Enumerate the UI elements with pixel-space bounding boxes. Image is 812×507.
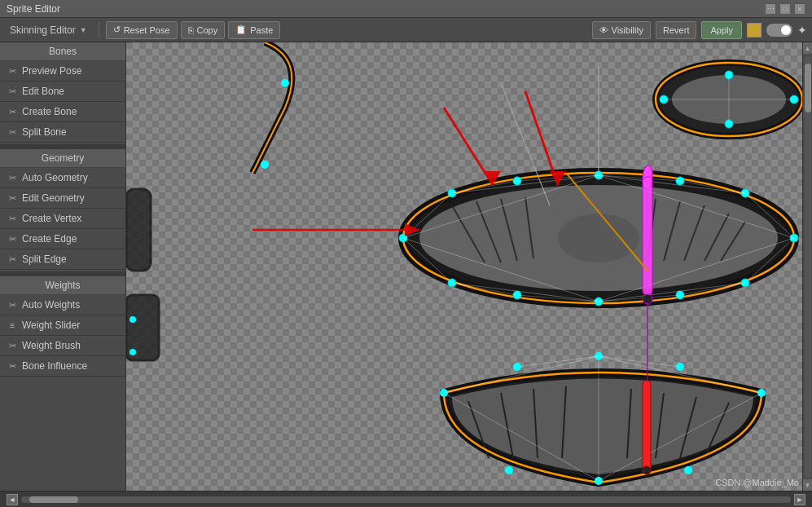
- bones-section: Bones ✂ Preview Pose ✂ Edit Bone ✂ Creat…: [0, 42, 125, 143]
- scroll-left-button[interactable]: ◄: [7, 494, 18, 505]
- copy-button[interactable]: ⎘ Copy: [181, 21, 226, 39]
- bone-influence-label: Bone Influence: [22, 360, 87, 372]
- lower-eye-shape: [440, 302, 766, 485]
- create-vertex-icon: ✂: [7, 213, 18, 224]
- editor-label[interactable]: Skinning Editor ▼: [5, 24, 92, 36]
- geometry-section-header: Geometry: [0, 149, 125, 168]
- create-vertex-label: Create Vertex: [22, 213, 81, 224]
- split-bone-item[interactable]: ✂ Split Bone: [0, 122, 125, 143]
- color-swatch[interactable]: [747, 23, 762, 37]
- toggle-switch[interactable]: [766, 24, 792, 37]
- left-limb: [126, 189, 159, 360]
- svg-point-86: [684, 466, 692, 474]
- apply-button[interactable]: Apply: [701, 21, 742, 39]
- artwork-canvas: [126, 42, 812, 491]
- edit-bone-icon: ✂: [7, 86, 18, 97]
- split-edge-label: Split Edge: [22, 254, 67, 265]
- editor-dropdown-icon: ▼: [80, 26, 87, 34]
- canvas-area[interactable]: CSDN @Maddie_Mo ▲ ▼: [126, 42, 812, 491]
- create-edge-label: Create Edge: [22, 233, 77, 245]
- auto-geometry-icon: ✂: [7, 172, 18, 183]
- reset-pose-icon: ↺: [113, 24, 121, 35]
- weight-slider-label: Weight Slider: [22, 320, 80, 331]
- create-edge-icon: ✂: [7, 233, 18, 245]
- split-edge-item[interactable]: ✂ Split Edge: [0, 249, 125, 270]
- scroll-thumb-vertical[interactable]: [805, 64, 811, 112]
- create-vertex-item[interactable]: ✂ Create Vertex: [0, 209, 125, 229]
- edit-geometry-icon: ✂: [7, 192, 18, 204]
- preview-pose-label: Preview Pose: [22, 65, 81, 77]
- geometry-section: Geometry ✂ Auto Geometry ✂ Edit Geometry…: [0, 149, 125, 270]
- create-bone-icon: ✂: [7, 106, 18, 117]
- minimize-button[interactable]: ⋯: [765, 3, 776, 15]
- split-bone-label: Split Bone: [22, 126, 67, 138]
- scroll-track-vertical[interactable]: [805, 55, 811, 478]
- maximize-button[interactable]: □: [779, 3, 791, 15]
- weight-brush-icon: ✂: [7, 340, 18, 351]
- paste-button[interactable]: 📋 Paste: [228, 21, 280, 39]
- edit-bone-label: Edit Bone: [22, 86, 64, 97]
- svg-point-96: [643, 466, 651, 474]
- window-controls: ⋯ □ ×: [765, 3, 805, 15]
- svg-rect-56: [643, 177, 652, 295]
- svg-point-11: [558, 214, 639, 262]
- bone-influence-icon: ✂: [7, 360, 18, 372]
- auto-weights-item[interactable]: ✂ Auto Weights: [0, 295, 125, 315]
- split-bone-icon: ✂: [7, 126, 18, 138]
- split-edge-icon: ✂: [7, 254, 18, 265]
- auto-geometry-label: Auto Geometry: [22, 172, 88, 183]
- horizontal-scroll-area: ◄ ►: [7, 494, 805, 505]
- extra-icon: ✦: [797, 24, 807, 37]
- auto-weights-label: Auto Weights: [22, 299, 80, 311]
- create-edge-item[interactable]: ✂ Create Edge: [0, 229, 125, 249]
- top-right-shape: [656, 63, 802, 136]
- edit-bone-item[interactable]: ✂ Edit Bone: [0, 82, 125, 102]
- create-bone-item[interactable]: ✂ Create Bone: [0, 102, 125, 122]
- horizontal-scroll-track[interactable]: [21, 496, 791, 503]
- window-title: Sprite Editor: [7, 3, 765, 15]
- weight-slider-item[interactable]: ≡ Weight Slider: [0, 315, 125, 336]
- title-bar: Sprite Editor ⋯ □ ×: [0, 0, 812, 18]
- side-panel: Bones ✂ Preview Pose ✂ Edit Bone ✂ Creat…: [0, 42, 126, 491]
- toolbar: Skinning Editor ▼ ↺ Reset Pose ⎘ Copy 📋 …: [0, 18, 812, 42]
- close-button[interactable]: ×: [794, 3, 805, 15]
- weight-slider-icon: ≡: [7, 320, 18, 331]
- svg-point-98: [261, 161, 269, 169]
- visibility-button[interactable]: 👁 Visibility: [592, 21, 652, 39]
- weights-section: Weights ✂ Auto Weights ≡ Weight Slider ✂…: [0, 276, 125, 377]
- scroll-down-button[interactable]: ▼: [803, 479, 813, 491]
- auto-weights-icon: ✂: [7, 299, 18, 311]
- preview-pose-item[interactable]: ✂ Preview Pose: [0, 61, 125, 82]
- revert-button[interactable]: Revert: [656, 21, 696, 39]
- svg-line-61: [444, 108, 493, 185]
- toolbar-right: 👁 Visibility Revert Apply ✦: [592, 21, 807, 39]
- svg-point-69: [129, 316, 136, 323]
- scroll-right-button[interactable]: ►: [794, 494, 805, 505]
- toolbar-separator-1: [99, 22, 99, 38]
- weight-brush-item[interactable]: ✂ Weight Brush: [0, 336, 125, 356]
- top-left-partial: [252, 42, 292, 173]
- copy-icon: ⎘: [188, 25, 194, 35]
- vertical-scrollbar[interactable]: ▲ ▼: [802, 42, 812, 491]
- bone-influence-item[interactable]: ✂ Bone Influence: [0, 356, 125, 377]
- weights-section-header: Weights: [0, 276, 125, 295]
- svg-rect-95: [643, 381, 651, 470]
- horizontal-scroll-thumb[interactable]: [29, 496, 78, 503]
- eye-icon: 👁: [599, 25, 608, 35]
- status-bar: ◄ ►: [0, 491, 812, 507]
- svg-point-97: [281, 79, 289, 87]
- bones-section-header: Bones: [0, 42, 125, 61]
- auto-geometry-item[interactable]: ✂ Auto Geometry: [0, 168, 125, 188]
- weight-brush-label: Weight Brush: [22, 340, 81, 351]
- svg-rect-67: [126, 189, 151, 271]
- main-area: Bones ✂ Preview Pose ✂ Edit Bone ✂ Creat…: [0, 42, 812, 491]
- watermark: CSDN @Maddie_Mo: [715, 478, 799, 487]
- preview-pose-icon: ✂: [7, 65, 18, 77]
- paste-icon: 📋: [235, 24, 247, 35]
- svg-line-91: [517, 356, 599, 367]
- create-bone-label: Create Bone: [22, 106, 77, 117]
- edit-geometry-label: Edit Geometry: [22, 192, 85, 204]
- scroll-up-button[interactable]: ▲: [803, 42, 813, 54]
- edit-geometry-item[interactable]: ✂ Edit Geometry: [0, 188, 125, 209]
- reset-pose-button[interactable]: ↺ Reset Pose: [106, 21, 178, 39]
